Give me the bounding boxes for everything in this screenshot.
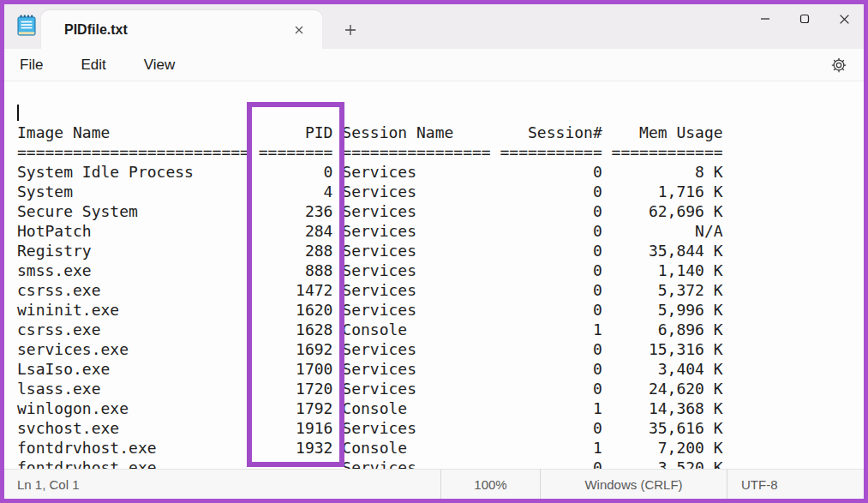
minimize-icon bbox=[760, 14, 770, 24]
encoding[interactable]: UTF-8 bbox=[727, 470, 864, 499]
line-ending[interactable]: Windows (CRLF) bbox=[540, 470, 727, 499]
menu-file[interactable]: File bbox=[11, 52, 51, 78]
menu-edit[interactable]: Edit bbox=[72, 52, 114, 78]
titlebar[interactable]: PIDfile.txt bbox=[4, 4, 864, 49]
document-text: Image Name PID Session Name Session# Mem… bbox=[4, 81, 864, 469]
notepad-icon bbox=[15, 14, 38, 38]
menubar: File Edit View bbox=[4, 49, 864, 81]
close-icon bbox=[839, 14, 850, 25]
maximize-icon bbox=[799, 14, 810, 24]
window-controls bbox=[745, 4, 864, 33]
menu-view[interactable]: View bbox=[135, 52, 184, 78]
zoom-level[interactable]: 100% bbox=[440, 470, 540, 499]
minimize-button[interactable] bbox=[745, 4, 785, 33]
plus-icon bbox=[344, 24, 356, 36]
settings-button[interactable] bbox=[826, 53, 852, 77]
maximize-button[interactable] bbox=[785, 4, 824, 33]
tab-pidfile[interactable]: PIDfile.txt bbox=[41, 10, 322, 49]
notepad-window: PIDfile.txt bbox=[0, 0, 868, 503]
new-tab-button[interactable] bbox=[338, 18, 362, 42]
tab-close-icon[interactable] bbox=[288, 19, 310, 41]
close-button[interactable] bbox=[824, 4, 864, 33]
statusbar: Ln 1, Col 1 100% Windows (CRLF) UTF-8 bbox=[4, 469, 864, 499]
cursor-position: Ln 1, Col 1 bbox=[4, 470, 440, 499]
text-cursor bbox=[17, 105, 19, 121]
tab-title: PIDfile.txt bbox=[64, 22, 288, 38]
editor-area[interactable]: Image Name PID Session Name Session# Mem… bbox=[4, 81, 864, 469]
gear-icon bbox=[830, 57, 847, 74]
